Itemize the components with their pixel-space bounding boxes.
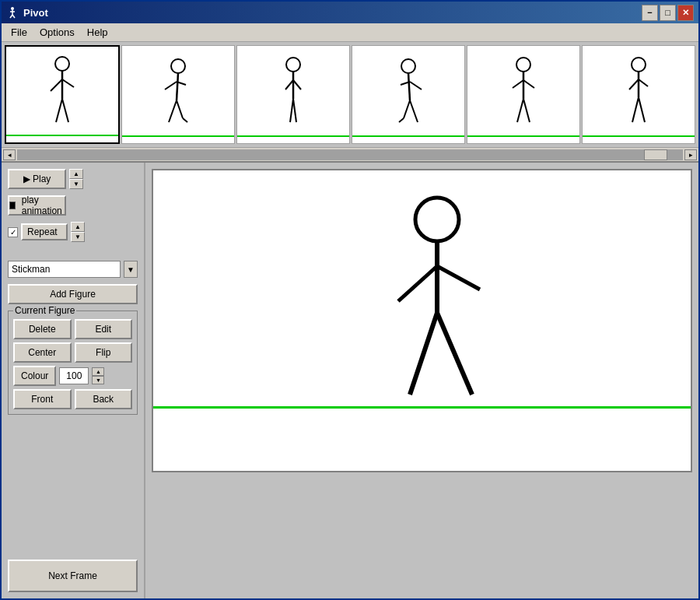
speed-arrows: ▲ ▼ (69, 169, 83, 189)
frame-4[interactable] (352, 45, 465, 144)
maximize-button[interactable]: □ (660, 5, 676, 21)
canvas-area (145, 163, 698, 598)
repeat-up-button[interactable]: ▲ (71, 222, 85, 232)
menu-file[interactable]: File (5, 25, 33, 40)
svg-point-18 (286, 58, 300, 72)
filmstrip-scrollbar: ◂ ▸ (2, 147, 698, 161)
edit-button[interactable]: Edit (75, 319, 133, 339)
frame-2[interactable] (121, 45, 235, 144)
svg-line-30 (410, 100, 418, 122)
figure-select-row: Stickman ▼ (8, 261, 138, 278)
colour-spinners: ▲ ▼ (92, 367, 104, 384)
svg-line-35 (517, 99, 523, 122)
svg-line-25 (408, 73, 410, 100)
colour-down-button[interactable]: ▼ (92, 376, 104, 384)
flip-button[interactable]: Flip (75, 342, 133, 363)
svg-line-28 (404, 100, 410, 118)
svg-line-33 (513, 80, 523, 88)
left-panel: ▶ Play ▲ ▼ play animation ✓ Repeat ▲ (2, 163, 145, 598)
front-back-grid: Front Back (13, 389, 132, 409)
svg-line-22 (290, 99, 293, 122)
colour-value[interactable]: 100 (59, 367, 89, 384)
frame-1[interactable] (5, 45, 120, 144)
scroll-right-button[interactable]: ▸ (684, 149, 697, 160)
speed-up-button[interactable]: ▲ (69, 169, 83, 179)
svg-line-15 (169, 100, 177, 122)
svg-line-10 (62, 99, 68, 122)
delete-button[interactable]: Delete (13, 319, 72, 339)
svg-line-9 (56, 99, 62, 122)
current-figure-group: Current Figure Delete Edit Center Flip C… (8, 311, 138, 415)
svg-line-4 (12, 15, 15, 18)
playback-row: ▶ Play ▲ ▼ (8, 169, 138, 189)
svg-line-27 (410, 82, 422, 89)
play-animation-label: play animation (22, 195, 65, 216)
svg-point-11 (171, 59, 185, 73)
figure-controls-grid: Delete Edit Center Flip (13, 319, 132, 363)
play-button[interactable]: ▶ Play (8, 169, 66, 189)
front-button[interactable]: Front (13, 389, 72, 409)
svg-line-48 (437, 313, 472, 395)
scroll-track[interactable] (17, 149, 683, 160)
title-bar: Pivot − □ ✕ (2, 2, 698, 23)
svg-line-16 (177, 100, 183, 118)
colour-up-button[interactable]: ▲ (92, 367, 104, 376)
svg-line-42 (639, 97, 645, 122)
svg-line-36 (523, 99, 530, 122)
stickman-figure[interactable] (387, 188, 511, 409)
next-frame-button[interactable]: Next Frame (8, 560, 138, 592)
svg-point-0 (11, 7, 14, 10)
svg-line-8 (62, 79, 74, 87)
svg-point-24 (401, 59, 415, 73)
menu-options[interactable]: Options (33, 25, 81, 40)
svg-line-40 (639, 79, 648, 86)
svg-line-17 (183, 118, 187, 122)
repeat-arrows: ▲ ▼ (71, 222, 85, 242)
repeat-checkbox[interactable]: ✓ (8, 227, 18, 237)
figure-dropdown-arrow[interactable]: ▼ (124, 261, 138, 278)
frame-5[interactable] (467, 45, 580, 144)
menu-help[interactable]: Help (81, 25, 114, 40)
add-figure-button[interactable]: Add Figure (8, 284, 138, 304)
center-button[interactable]: Center (13, 342, 72, 363)
current-figure-label: Current Figure (13, 305, 76, 316)
svg-line-20 (285, 80, 293, 89)
minimize-button[interactable]: − (642, 5, 658, 21)
repeat-down-button[interactable]: ▼ (71, 232, 85, 242)
svg-line-7 (51, 79, 62, 91)
svg-line-12 (177, 73, 178, 100)
svg-line-39 (629, 79, 639, 89)
frame-3[interactable] (236, 45, 350, 144)
frame-6[interactable] (582, 45, 695, 144)
menu-bar: File Options Help (2, 23, 698, 42)
animation-canvas[interactable] (152, 169, 692, 472)
scroll-thumb[interactable] (644, 149, 667, 160)
svg-point-43 (415, 198, 459, 241)
filmstrip (2, 42, 698, 147)
svg-line-47 (410, 313, 437, 395)
colour-button[interactable]: Colour (13, 366, 56, 386)
svg-line-13 (165, 82, 177, 89)
filmstrip-container: ◂ ▸ (2, 42, 698, 163)
main-window: Pivot − □ ✕ File Options Help (0, 0, 700, 600)
repeat-row: ✓ Repeat ▲ ▼ (8, 222, 138, 242)
stop-button[interactable]: play animation (8, 195, 66, 216)
svg-line-41 (632, 97, 639, 122)
window-title: Pivot (23, 7, 642, 19)
svg-line-45 (398, 266, 437, 301)
svg-line-34 (523, 80, 534, 88)
svg-line-23 (293, 99, 296, 122)
close-button[interactable]: ✕ (677, 5, 694, 21)
speed-down-button[interactable]: ▼ (69, 179, 83, 189)
svg-point-37 (632, 58, 646, 72)
svg-point-5 (55, 57, 69, 71)
scroll-left-button[interactable]: ◂ (3, 149, 16, 160)
colour-row: Colour 100 ▲ ▼ (13, 366, 132, 386)
svg-line-46 (437, 266, 480, 289)
svg-line-21 (293, 80, 301, 89)
figure-dropdown[interactable]: Stickman (8, 261, 121, 278)
back-button[interactable]: Back (75, 389, 133, 409)
stop-row: play animation (8, 195, 138, 216)
svg-line-29 (399, 118, 404, 122)
repeat-label[interactable]: Repeat (21, 223, 68, 240)
